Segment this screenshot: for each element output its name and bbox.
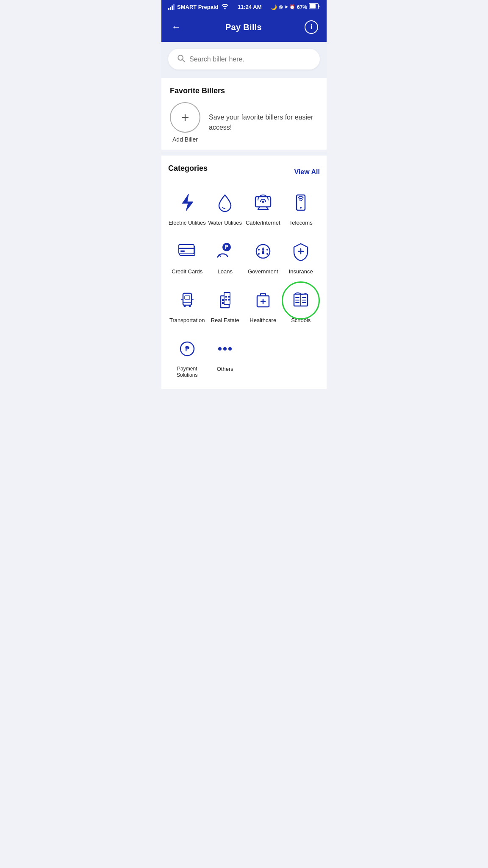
favorite-billers-title: Favorite Billers <box>170 86 318 95</box>
others-icon <box>212 336 238 362</box>
battery-label: 67% <box>297 4 307 10</box>
svg-point-18 <box>258 253 260 255</box>
svg-text:₱: ₱ <box>185 345 189 353</box>
carrier-label: SMART Prepaid <box>177 4 219 10</box>
credit-cards-label: Credit Cards <box>172 268 202 275</box>
section-divider <box>161 152 327 156</box>
loans-icon: ₱ <box>212 239 238 264</box>
page-title: Pay Bills <box>225 22 262 32</box>
category-grid: Electric Utilities Water Utilities <box>168 190 320 379</box>
svg-point-45 <box>223 347 227 351</box>
others-label: Others <box>217 366 233 373</box>
transportation-icon <box>175 287 200 313</box>
svg-rect-10 <box>179 245 194 254</box>
svg-rect-32 <box>228 296 230 298</box>
schools-label: Schools <box>291 317 311 324</box>
signal-icon <box>168 4 175 10</box>
healthcare-label: Healthcare <box>250 317 276 324</box>
add-biller-description: Save your favorite billers for easier ac… <box>209 112 318 133</box>
search-input[interactable] <box>189 56 311 63</box>
water-utilities-icon <box>212 190 238 215</box>
cable-internet-label: Cable/Internet <box>246 220 280 227</box>
category-others[interactable]: Others <box>206 336 244 379</box>
time-label: 11:24 AM <box>238 4 262 10</box>
svg-rect-12 <box>180 250 185 252</box>
real-estate-icon <box>212 287 238 313</box>
svg-point-19 <box>266 253 268 255</box>
categories-title: Categories <box>168 164 208 173</box>
category-loans[interactable]: ₱ Loans <box>206 239 244 275</box>
credit-cards-icon <box>175 239 200 264</box>
search-icon <box>177 54 185 64</box>
category-water-utilities[interactable]: Water Utilities <box>206 190 244 227</box>
electric-utilities-icon <box>175 190 200 215</box>
svg-point-5 <box>262 201 264 203</box>
government-label: Government <box>248 268 278 275</box>
telecoms-label: Telecoms <box>289 220 313 227</box>
category-healthcare[interactable]: Healthcare <box>244 287 282 324</box>
svg-point-25 <box>189 305 191 307</box>
location-icon: ◎ ➤ ⏰ <box>279 4 295 10</box>
add-biller-label: Add Biller <box>172 136 198 143</box>
plus-icon: + <box>181 111 189 124</box>
svg-rect-34 <box>228 299 230 300</box>
status-bar: SMART Prepaid 11:24 AM 🌙 ◎ ➤ ⏰ 67% <box>161 0 327 14</box>
svg-point-24 <box>183 305 186 307</box>
battery-icon <box>309 3 320 11</box>
category-schools[interactable]: Schools <box>282 287 320 324</box>
water-utilities-label: Water Utilities <box>208 220 242 227</box>
telecoms-icon <box>288 190 313 215</box>
svg-rect-35 <box>222 299 224 301</box>
info-button[interactable]: i <box>305 20 318 34</box>
back-button[interactable]: ← <box>170 20 183 34</box>
svg-point-7 <box>300 207 302 209</box>
view-all-button[interactable]: View All <box>294 168 320 176</box>
transportation-label: Transportation <box>169 317 205 324</box>
svg-point-17 <box>266 249 268 250</box>
category-transportation[interactable]: Transportation <box>168 287 206 324</box>
category-real-estate[interactable]: Real Estate <box>206 287 244 324</box>
payment-solutions-icon: ₱ <box>175 336 200 362</box>
svg-rect-31 <box>225 296 227 298</box>
insurance-icon <box>288 239 313 264</box>
government-icon <box>250 239 276 264</box>
svg-rect-30 <box>224 292 230 304</box>
status-right: 🌙 ◎ ➤ ⏰ 67% <box>271 3 320 11</box>
electric-utilities-label: Electric Utilities <box>169 220 206 227</box>
svg-rect-23 <box>185 296 190 299</box>
category-telecoms[interactable]: Telecoms <box>282 190 320 227</box>
header: ← Pay Bills i <box>161 14 327 42</box>
loans-label: Loans <box>218 268 233 275</box>
svg-point-46 <box>228 347 232 351</box>
add-biller-button[interactable]: + <box>170 102 200 133</box>
svg-rect-1 <box>310 4 316 8</box>
moon-icon: 🌙 <box>271 4 277 10</box>
wifi-icon <box>221 3 229 11</box>
cable-internet-icon <box>250 190 276 215</box>
category-government[interactable]: Government <box>244 239 282 275</box>
category-credit-cards[interactable]: Credit Cards <box>168 239 206 275</box>
add-biller-row: + Add Biller Save your favorite billers … <box>170 102 318 143</box>
svg-line-3 <box>183 60 185 62</box>
svg-rect-33 <box>225 299 227 300</box>
favorite-billers-section: Favorite Billers + Add Biller Save your … <box>161 78 327 150</box>
category-insurance[interactable]: Insurance <box>282 239 320 275</box>
schools-icon <box>288 287 313 313</box>
search-box[interactable] <box>168 49 320 70</box>
payment-solutions-label: Payment Solutions <box>168 366 206 379</box>
svg-point-16 <box>258 249 260 250</box>
category-electric-utilities[interactable]: Electric Utilities <box>168 190 206 227</box>
search-section <box>161 42 327 78</box>
categories-header: Categories View All <box>168 164 320 180</box>
insurance-label: Insurance <box>289 268 313 275</box>
healthcare-icon <box>250 287 276 313</box>
category-payment-solutions[interactable]: ₱ Payment Solutions <box>168 336 206 379</box>
svg-point-44 <box>218 347 222 351</box>
category-cable-internet[interactable]: Cable/Internet <box>244 190 282 227</box>
svg-text:₱: ₱ <box>225 244 228 250</box>
categories-section: Categories View All Electric Utilities W… <box>161 156 327 389</box>
real-estate-label: Real Estate <box>211 317 239 324</box>
status-left: SMART Prepaid <box>168 3 229 11</box>
svg-rect-36 <box>222 302 224 304</box>
